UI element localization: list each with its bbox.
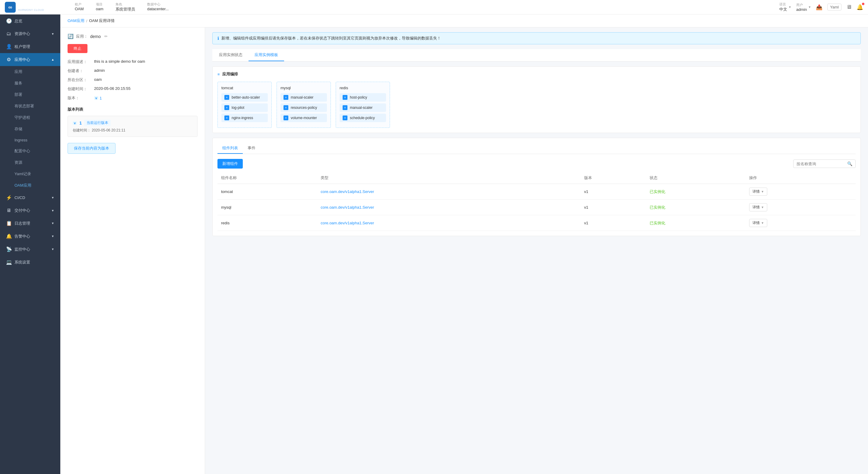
cell-version: v1 (581, 215, 646, 231)
tab-instance-template[interactable]: 应用实例模板 (249, 49, 284, 61)
cell-type[interactable]: core.oam.dev/v1alpha1.Server (317, 215, 581, 231)
language-selector[interactable]: 语言 中文 ▼ (779, 2, 792, 12)
orch-box-mysql: mysql≡manual-scaler≡resources-policy≡vol… (277, 82, 331, 128)
clock-icon: 🕐 (6, 18, 11, 24)
version-card-created: 创建时间： 2020-05-06 20:21:11 (73, 128, 192, 133)
folder-icon: 🗂 (6, 31, 11, 36)
sidebar-item-settings[interactable]: 💻 系统设置 (0, 256, 60, 268)
yaml-btn[interactable]: Yaml (827, 4, 841, 10)
list-icon: 📋 (6, 220, 11, 226)
svg-text:∞: ∞ (8, 4, 12, 10)
trait-icon: ≡ (343, 95, 347, 100)
chevron-down-icon-monitor: ▼ (51, 248, 54, 251)
topbar-meta: 租户 OAM 项目 oam 角色 系统管理员 数据中心 datacenter..… (75, 2, 770, 12)
add-component-button[interactable]: 新增组件 (217, 159, 243, 168)
sidebar-sub-guardian[interactable]: 守护进程 (0, 112, 60, 123)
gear-icon: ⚙ (6, 57, 11, 62)
search-input[interactable] (797, 162, 845, 166)
cell-type[interactable]: core.oam.dev/v1alpha1.Server (317, 200, 581, 215)
orch-trait[interactable]: ≡nginx-ingress (221, 114, 268, 122)
chevron-down-icon: ▼ (51, 32, 54, 36)
monitor-icon[interactable]: 🖥 (846, 4, 852, 10)
sidebar-sub-config[interactable]: 配置中心 (0, 145, 60, 157)
search-icon: 🔍 (847, 161, 852, 166)
version-card-number: 1 (79, 121, 82, 125)
detail-button[interactable]: 详情▼ (749, 219, 767, 227)
partition-label: 所在分区： (67, 77, 92, 83)
comp-tab-events[interactable]: 事件 (243, 143, 260, 154)
sidebar-sub-ingress[interactable]: Ingress (0, 135, 60, 145)
app-name-value: demo (90, 34, 101, 39)
desc-label: 应用描述： (67, 59, 92, 65)
stop-button[interactable]: 终止 (67, 44, 88, 53)
orch-trait[interactable]: ≡volume-mounter (280, 114, 327, 122)
laptop-icon: 💻 (6, 259, 11, 265)
sidebar-item-tenant[interactable]: 👤 租户管理 (0, 40, 60, 53)
search-box: 🔍 (793, 159, 856, 168)
cell-type[interactable]: core.oam.dev/v1alpha1.Server (317, 184, 581, 200)
edit-icon[interactable]: ✏ (104, 34, 108, 39)
sidebar-item-alerts[interactable]: 🔔 告警中心 ▼ (0, 230, 60, 243)
sidebar-item-overview[interactable]: 🕐 总览 (0, 14, 60, 27)
info-desc: 应用描述： this is a simple demo for oam (67, 59, 197, 65)
save-version-button[interactable]: 保存当前内容为版本 (67, 143, 116, 154)
detail-button[interactable]: 详情▼ (749, 188, 767, 196)
component-section: 组件列表 事件 新增组件 🔍 组件名称 (212, 138, 861, 236)
sidebar-item-appcenter[interactable]: ⚙ 应用中心 ▲ (0, 53, 60, 66)
trait-name: nginx-ingress (231, 116, 253, 120)
cell-version: v1 (581, 184, 646, 200)
user-icon: 👤 (6, 44, 11, 50)
trait-name: manual-scaler (350, 105, 372, 110)
chevron-down-icon: ▼ (761, 190, 764, 193)
topbar-right: 语言 中文 ▼ 用户 admin ▼ 📤 Yaml 🖥 🔔 (779, 2, 863, 12)
topbar: ∞ 谐云科技 HARMONY CLOUD 租户 OAM 项目 oam 角色 系统… (0, 0, 868, 14)
orch-title: ≡ 应用编排 (217, 71, 856, 77)
meta-tenant: 租户 OAM (75, 2, 84, 12)
trait-icon: ≡ (224, 95, 229, 100)
trait-icon: ≡ (343, 116, 347, 120)
orch-trait[interactable]: ≡host-policy (340, 93, 386, 102)
main-tabs: 应用实例状态 应用实例模板 (212, 49, 861, 62)
sidebar-sub-stateful[interactable]: 有状态部署 (0, 100, 60, 112)
trait-name: schedule-policy (350, 116, 375, 120)
orch-trait[interactable]: ≡schedule-policy (340, 114, 386, 122)
sidebar-item-resources[interactable]: 🗂 资源中心 ▼ (0, 27, 60, 40)
detail-button[interactable]: 详情▼ (749, 203, 767, 211)
orch-trait[interactable]: ≡manual-scaler (340, 103, 386, 112)
lightning-icon: ⚡ (6, 195, 11, 200)
trait-name: volume-mounter (291, 116, 317, 120)
sidebar-sub-oamapp[interactable]: OAM应用 (0, 180, 60, 191)
sidebar-item-cicd[interactable]: ⚡ CI/CD ▼ (0, 191, 60, 204)
notification-icon[interactable]: 🔔 (857, 4, 863, 10)
export-icon[interactable]: 📤 (816, 4, 823, 10)
user-selector[interactable]: 用户 admin ▼ (796, 3, 811, 12)
cell-action: 详情▼ (746, 200, 856, 215)
chevron-down-icon-alerts: ▼ (51, 234, 54, 238)
sidebar-sub-storage[interactable]: 存储 (0, 123, 60, 135)
sidebar-sub-apps[interactable]: 应用 (0, 66, 60, 77)
app-name-row: 🔄 应用： demo ✏ (67, 33, 197, 39)
sidebar-sub-services[interactable]: 服务 (0, 77, 60, 89)
chevron-down-icon: ▼ (761, 206, 764, 209)
brand: ∞ 谐云科技 HARMONY CLOUD (5, 2, 65, 13)
sidebar-sub-yaml[interactable]: Yaml记录 (0, 168, 60, 180)
trait-name: resources-policy (291, 105, 317, 110)
sidebar-item-logs[interactable]: 📋 日志管理 ▼ (0, 217, 60, 230)
left-panel: 🔄 应用： demo ✏ 终止 应用描述： this is a simple d… (60, 27, 205, 474)
comp-tab-list[interactable]: 组件列表 (217, 143, 243, 154)
sidebar-item-delivery[interactable]: 🖥 交付中心 ▼ (0, 204, 60, 217)
orch-trait[interactable]: ≡better-auto-scaler (221, 93, 268, 102)
breadcrumb-parent[interactable]: OAM应用 (67, 18, 85, 24)
sidebar-sub-deployments[interactable]: 部署 (0, 89, 60, 100)
tab-instance-state[interactable]: 应用实例状态 (213, 49, 249, 61)
sidebar-item-monitor[interactable]: 📡 监控中心 ▼ (0, 243, 60, 256)
comp-toolbar: 新增组件 🔍 (217, 159, 856, 168)
orch-trait[interactable]: ≡resources-policy (280, 103, 327, 112)
sidebar-sub-resources2[interactable]: 资源 (0, 157, 60, 168)
table-header: 组件名称 类型 版本 状态 操作 (217, 172, 856, 184)
orch-trait[interactable]: ≡log-pilot (221, 103, 268, 112)
version-number: 1 (99, 96, 102, 100)
orch-trait[interactable]: ≡manual-scaler (280, 93, 327, 102)
cell-name: tomcat (217, 184, 317, 200)
orch-box-tomcat: tomcat≡better-auto-scaler≡log-pilot≡ngin… (217, 82, 272, 128)
